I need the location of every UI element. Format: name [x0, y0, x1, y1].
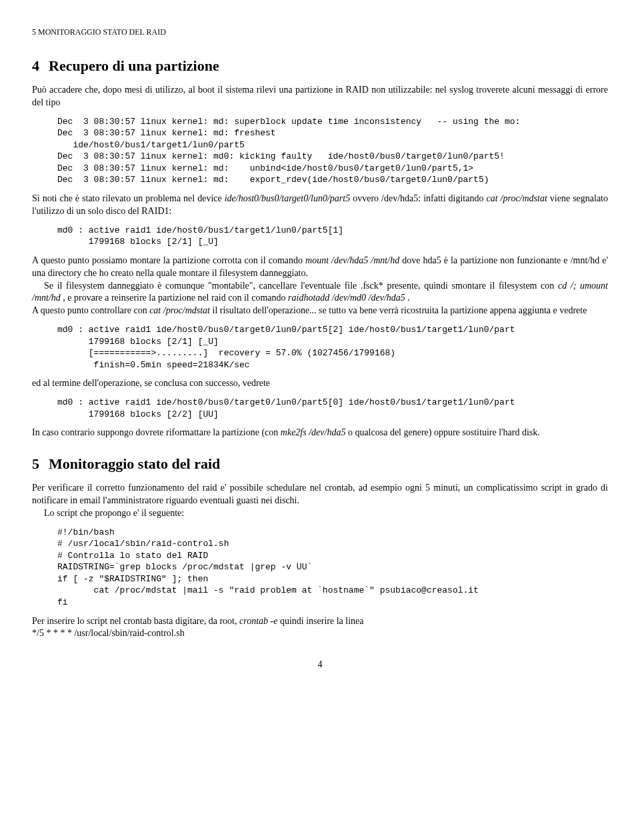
s4-para-3: A questo punto possiamo montare la parti…	[32, 255, 608, 280]
page-number: 4	[32, 659, 608, 671]
section-5-heading: 5Monitoraggio stato del raid	[32, 454, 608, 474]
section-4-title: Recupero di una partizione	[49, 57, 219, 74]
command-mke2fs: mke2fs /dev/hda5	[281, 427, 346, 437]
s4-para-6: ed al termine dell'operazione, se conclu…	[32, 377, 608, 390]
command-crontab: crontab -e	[239, 616, 277, 626]
text: Per inserire lo script nel crontab basta…	[32, 616, 239, 626]
s4-para-2: Si noti che è stato rilevato un problema…	[32, 193, 608, 218]
section-5-number: 5	[32, 455, 39, 472]
text: A questo punto possiamo montare la parti…	[32, 255, 305, 265]
text: A questo punto controllare con	[32, 305, 149, 315]
section-4-number: 4	[32, 57, 39, 74]
s5-para-2: Lo script che propongo e' il seguente:	[32, 507, 608, 520]
command-cat-mdstat-2: cat /proc/mdstat	[149, 305, 210, 315]
s4-code-block-3: md0 : active raid1 ide/host0/bus0/target…	[57, 324, 608, 371]
section-4-heading: 4Recupero di una partizione	[32, 56, 608, 76]
command-raidhotadd: raidhotadd /dev/md0 /dev/hda5	[288, 293, 405, 303]
command-cat-mdstat: cat /proc/mdstat	[486, 193, 547, 203]
text: Se il filesystem danneggiato è comunque …	[44, 281, 558, 291]
device-path: ide/host0/bus0/target0/lun0/part5	[225, 193, 351, 203]
command-mount: mount /dev/hda5 /mnt/hd	[305, 255, 399, 265]
s5-para-1: Per verificare il corretto funzionamento…	[32, 482, 608, 507]
text: o qualcosa del genere) oppure sostituire…	[345, 427, 539, 437]
s4-para-5: A questo punto controllare con cat /proc…	[32, 305, 608, 317]
s4-code-block-4: md0 : active raid1 ide/host0/bus0/target…	[57, 397, 608, 420]
text: quindi inserire la linea	[277, 616, 363, 626]
s4-intro: Può accadere che, dopo mesi di utilizzo,…	[32, 84, 608, 109]
text: .	[405, 293, 410, 303]
text: Si noti che è stato rilevato un problema…	[32, 193, 225, 203]
text: , e provare a reinserire la partizione n…	[61, 293, 288, 303]
s4-code-block-1: Dec 3 08:30:57 linux kernel: md: superbl…	[57, 116, 608, 186]
s5-para-3: Per inserire lo script nel crontab basta…	[32, 615, 608, 628]
text: il risultato dell'operazione... se tutto…	[210, 305, 587, 315]
s4-para-7: In caso contrario suppongo dovrete rifor…	[32, 427, 608, 439]
s4-code-block-2: md0 : active raid1 ide/host0/bus1/target…	[57, 225, 608, 248]
running-header: 5 MONITORAGGIO STATO DEL RAID	[32, 27, 608, 37]
text: In caso contrario suppongo dovrete rifor…	[32, 427, 281, 437]
s5-para-4: */5 * * * * /usr/local/sbin/raid-control…	[32, 627, 608, 640]
s4-para-4: Se il filesystem danneggiato è comunque …	[32, 280, 608, 305]
section-5-title: Monitoraggio stato del raid	[49, 455, 220, 472]
s5-code-block-1: #!/bin/bash # /usr/local/sbin/raid-contr…	[57, 527, 608, 609]
text: ovvero /dev/hda5: infatti digitando	[350, 193, 486, 203]
